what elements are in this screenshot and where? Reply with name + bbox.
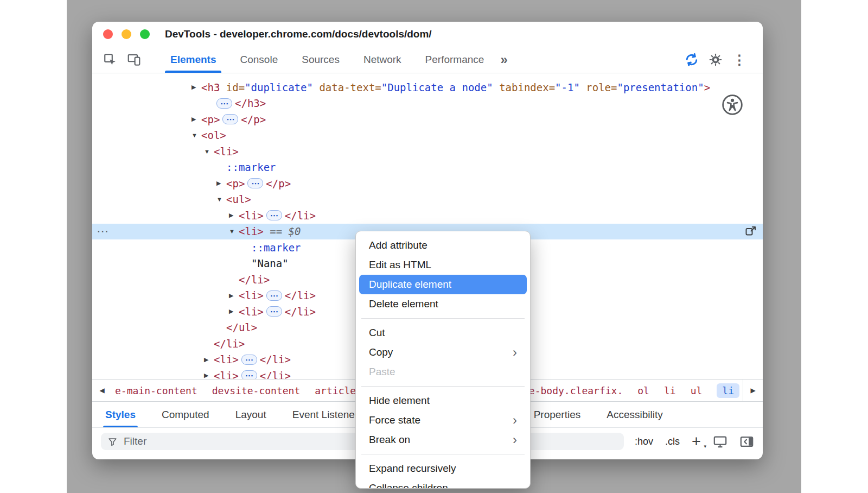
devtools-tab-bar: ElementsConsoleSourcesNetworkPerformance (158, 47, 496, 73)
toggle-element-state-button[interactable]: :hov (635, 436, 653, 447)
devtools-tab-elements[interactable]: Elements (158, 47, 228, 73)
inspect-element-icon[interactable] (101, 50, 119, 69)
accessibility-icon[interactable] (722, 94, 743, 116)
row-overflow-icon[interactable]: ⋯ (97, 224, 108, 238)
tree-row[interactable]: ▼<li> (92, 143, 763, 160)
code-token: <h3 (201, 81, 220, 93)
ellipsis-expander-icon[interactable]: ⋯ (266, 306, 282, 317)
ellipsis-expander-icon[interactable]: ⋯ (266, 290, 282, 301)
breadcrumb-scroll-right-icon[interactable]: ▶ (743, 380, 763, 401)
menu-item-label: Break on (369, 434, 410, 446)
menu-item-collapse-children[interactable]: Collapse children (356, 478, 530, 489)
breadcrumb-ul[interactable]: ul (691, 385, 703, 396)
menu-item-duplicate-element[interactable]: Duplicate element (359, 275, 527, 294)
chevron-down-icon[interactable]: ▼ (204, 148, 214, 155)
ellipsis-expander-icon[interactable]: ⋯ (241, 370, 257, 379)
menu-item-label: Edit as HTML (369, 259, 431, 271)
chevron-right-icon[interactable]: ▶ (229, 308, 239, 315)
tree-row[interactable]: ▶<p>⋯</p> (92, 111, 763, 128)
menu-item-cut[interactable]: Cut (356, 323, 530, 343)
breadcrumb-li[interactable]: li (664, 385, 676, 396)
code-token: </li> (260, 353, 291, 365)
chevron-right-icon[interactable]: ▶ (192, 116, 201, 123)
chevron-right-icon[interactable]: ▶ (204, 372, 214, 379)
breadcrumb-ol[interactable]: ol (637, 385, 649, 396)
tab-event-listeners[interactable]: Event Listeners (290, 402, 366, 427)
menu-item-copy[interactable]: Copy› (356, 343, 530, 362)
tree-row[interactable]: ▶<h3 id="duplicate" data-text="Duplicate… (92, 79, 763, 96)
settings-gear-icon[interactable] (706, 50, 725, 69)
ellipsis-expander-icon[interactable]: ⋯ (247, 178, 263, 188)
kebab-menu-icon[interactable]: ⋮ (730, 50, 749, 69)
ellipsis-expander-icon[interactable]: ⋯ (216, 98, 232, 109)
chevron-right-icon[interactable]: ▶ (229, 212, 239, 219)
window-title: DevTools - developer.chrome.com/docs/dev… (165, 28, 432, 40)
menu-item-force-state[interactable]: Force state› (356, 410, 530, 430)
chevron-down-icon[interactable]: ▼ (216, 196, 226, 203)
menu-item-break-on[interactable]: Break on› (356, 430, 530, 450)
tree-row[interactable]: ▼<ul> (92, 192, 763, 208)
new-style-rule-button[interactable]: +▾ (692, 434, 701, 450)
devtools-tab-network[interactable]: Network (352, 47, 413, 73)
devtools-tab-sources[interactable]: Sources (290, 47, 352, 73)
code-token: <li> (214, 146, 239, 157)
tree-row[interactable]: ▶<p>⋯</p> (92, 175, 763, 192)
tree-row[interactable]: ⋯</h3> (92, 96, 763, 112)
menu-item-hide-element[interactable]: Hide element (356, 391, 530, 410)
menu-item-expand-recursively[interactable]: Expand recursively (356, 459, 530, 478)
chevron-right-icon[interactable]: ▶ (229, 292, 239, 299)
devtools-toolbar: ElementsConsoleSourcesNetworkPerformance… (92, 47, 763, 73)
submenu-chevron-icon: › (513, 433, 517, 446)
code-token: ::marker (251, 242, 301, 254)
breadcrumb-li[interactable]: li (717, 383, 739, 398)
tab-computed[interactable]: Computed (159, 402, 212, 427)
breadcrumb-e-main-content[interactable]: e-main-content (115, 385, 197, 396)
devtools-tab-performance[interactable]: Performance (413, 47, 496, 73)
code-token: "Nana" (251, 257, 289, 269)
ellipsis-expander-icon[interactable]: ⋯ (241, 355, 257, 365)
devtools-tab-console[interactable]: Console (228, 47, 290, 73)
code-token: </p> (241, 113, 266, 125)
chevron-right-icon[interactable]: ▶ (216, 180, 226, 187)
tree-row[interactable]: ▼<ol> (92, 128, 763, 144)
code-token: "presentation" (617, 81, 704, 93)
more-tabs-icon[interactable]: » (500, 52, 507, 67)
menu-item-edit-as-html[interactable]: Edit as HTML (356, 255, 530, 275)
close-window-button[interactable] (103, 29, 113, 39)
code-token: <li> (239, 306, 264, 318)
sync-arrows-icon[interactable] (682, 50, 701, 69)
code-token: </p> (266, 178, 291, 189)
ellipsis-expander-icon[interactable]: ⋯ (222, 114, 238, 124)
element-classes-button[interactable]: .cls (665, 436, 680, 447)
code-token: == (264, 225, 289, 237)
chevron-down-icon[interactable]: ▼ (229, 228, 239, 235)
tab-styles[interactable]: Styles (103, 402, 138, 427)
zoom-window-button[interactable] (140, 29, 150, 39)
chevron-right-icon[interactable]: ▶ (204, 356, 214, 363)
menu-item-delete-element[interactable]: Delete element (356, 294, 530, 314)
breadcrumb-devsite-content[interactable]: devsite-content (212, 385, 301, 396)
minimize-window-button[interactable] (122, 29, 131, 39)
menu-item-label: Expand recursively (369, 463, 456, 475)
code-token: <li> (239, 289, 264, 301)
device-toolbar-icon[interactable] (125, 50, 143, 69)
chevron-right-icon[interactable]: ▶ (192, 84, 201, 91)
ellipsis-expander-icon[interactable]: ⋯ (266, 210, 282, 220)
code-token: tabindex= (493, 81, 555, 93)
copy-arrow-icon[interactable] (744, 225, 757, 238)
chevron-down-icon[interactable]: ▼ (192, 132, 201, 138)
filter-funnel-icon (107, 437, 118, 447)
code-token: data-text= (313, 81, 381, 93)
breadcrumb-article[interactable]: article (315, 385, 356, 396)
tab-accessibility[interactable]: Accessibility (604, 402, 665, 427)
menu-item-label: Hide element (369, 395, 430, 407)
tree-row[interactable]: ▶<li>⋯</li> (92, 207, 763, 224)
tab-layout[interactable]: Layout (233, 402, 269, 427)
tree-row[interactable]: ::marker (92, 160, 763, 176)
toggle-sidebar-icon[interactable] (739, 434, 754, 449)
menu-item-add-attribute[interactable]: Add attribute (356, 236, 530, 255)
monitor-icon[interactable] (713, 434, 727, 449)
breadcrumb-scroll-left-icon[interactable]: ◀ (92, 380, 112, 401)
tab-properties[interactable]: Properties (532, 402, 583, 427)
menu-item-label: Force state (369, 414, 420, 426)
